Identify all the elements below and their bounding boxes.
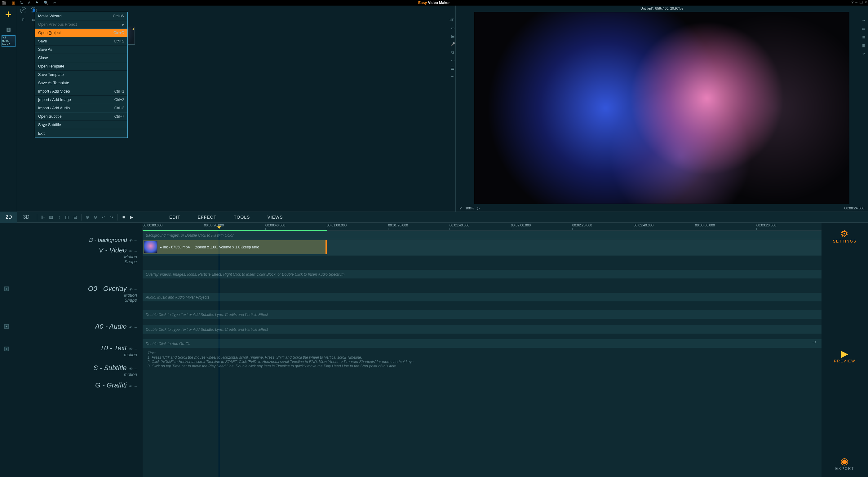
undo-circle-icon[interactable]: ↶ (20, 7, 26, 13)
track-label[interactable]: A0 - Audio 👁 ⋯ (95, 322, 137, 331)
track-lane[interactable]: Background Images, or Double Click to Fi… (143, 231, 822, 239)
cam-icon[interactable]: ⧉ (450, 50, 456, 55)
track-label[interactable]: G - Graffiti 👁 ⋯ (95, 381, 137, 389)
app-title-2: Video Maker (428, 1, 450, 5)
grid-view-icon[interactable]: ▦ (47, 215, 55, 219)
video-track[interactable]: ▸ Ink - 67358.mp4(speed x 1.00, volume x… (143, 239, 822, 255)
text-overlay-icon[interactable]: T (450, 18, 456, 22)
close-button[interactable]: × (865, 0, 867, 4)
redo-icon[interactable]: ↷ (107, 215, 116, 219)
preview-frame (474, 12, 849, 204)
tip-2: 2. Click 'HOME' to Horizontal scroll Tim… (148, 360, 816, 364)
export-circle-icon: ◉ (835, 456, 854, 467)
menu-edit[interactable]: EDIT (161, 215, 189, 219)
tip-1: 1. Press 'Ctrl' and Scroll the mouse whe… (148, 355, 816, 360)
zoom-out2-icon[interactable]: ⊖ (91, 215, 99, 219)
file-menu-item[interactable]: Open Template (35, 62, 127, 71)
list-icon[interactable]: ≣ (861, 35, 867, 39)
selected-media-thumb[interactable]: V.1 00:00 Ink - 6 (2, 35, 16, 47)
file-menu-item[interactable]: Open ProjectCtrl+O (35, 29, 127, 37)
app-title-1: Easy (418, 1, 428, 5)
file-menu-item[interactable]: Save As Template (35, 79, 127, 87)
align-icon[interactable]: ⎍ (20, 17, 26, 22)
crop-icon[interactable]: ✂ (53, 1, 56, 5)
marker-icon[interactable]: ↕ (55, 215, 63, 219)
snap-icon[interactable]: ⊩ (39, 215, 47, 219)
zoom-play-icon[interactable]: ▷ (477, 206, 479, 210)
select-icon[interactable]: ▣ (450, 34, 456, 38)
grid2-icon[interactable]: ▦ (861, 43, 867, 48)
track-lane[interactable]: Overlay Videos, Images, Icons, Particle … (143, 270, 822, 278)
search-icon[interactable]: 🔍 (44, 1, 49, 5)
expand-track-icon[interactable]: + (4, 347, 9, 351)
minimize-button[interactable]: – (855, 0, 858, 4)
settings-button[interactable]: ⚙ SETTINGS (833, 228, 857, 243)
track-lane[interactable]: Double Click to Add Graffiti (143, 339, 822, 348)
next-arrow-icon[interactable]: ➔ (812, 339, 816, 345)
track-lane[interactable]: Double Click to Type Text or Add Subtitl… (143, 325, 822, 334)
track-label[interactable]: S - Subtitle 👁 ⋯ (93, 364, 137, 372)
preview-canvas[interactable] (474, 12, 849, 204)
tab-3d[interactable]: 3D (18, 211, 35, 223)
cut-icon[interactable]: ⊟ (71, 215, 80, 219)
flag-icon[interactable]: ⚑ (35, 1, 39, 5)
file-menu-item[interactable]: Import / Add AudioCtrl+3 (35, 104, 127, 112)
file-menu-item[interactable]: Import / Add VideoCtrl+1 (35, 87, 127, 96)
ruler-tick: 00:00:40.000 (266, 223, 285, 227)
file-menu-item[interactable]: Close (35, 54, 127, 62)
time-ruler[interactable]: 00:00:00.00000:00:20.00000:00:40.00000:0… (143, 223, 822, 231)
tip-3: 3. Click on top Time bar to move the Pla… (148, 364, 816, 368)
preview-info: Untitled*, 856x480, 29.97fps (456, 6, 868, 11)
play-icon[interactable]: ▶ (128, 215, 136, 219)
file-menu-item[interactable]: Open Previous Project▸ (35, 21, 127, 29)
track-lane[interactable]: Audio, Music and Audio Mixer Projects (143, 293, 822, 301)
more-icon[interactable]: ⋯ (450, 74, 456, 79)
file-menu-item[interactable]: SaveCtrl+S (35, 37, 127, 45)
track-label[interactable]: B - background 👁 ⋯ (89, 237, 137, 243)
screen-icon[interactable]: ▭ (450, 58, 456, 63)
text-tool-icon[interactable]: A (28, 1, 30, 5)
tab-2d[interactable]: 2D (0, 211, 18, 223)
file-menu-item[interactable]: Save Template (35, 71, 127, 79)
track-label[interactable]: V - Video 👁 ⋯ (99, 246, 137, 254)
file-menu-item[interactable]: Import / Add ImageCtrl+2 (35, 96, 127, 104)
split-icon[interactable]: ◫ (63, 215, 71, 219)
app-icon: 🎬 (2, 1, 6, 5)
menu-effect[interactable]: EFFECT (189, 215, 225, 219)
preview-button[interactable]: ▶ PREVIEW (834, 348, 855, 363)
undo-icon[interactable]: ↶ (99, 215, 107, 219)
menu-views[interactable]: VIEWS (258, 215, 291, 219)
expand-track-icon[interactable]: + (4, 324, 9, 329)
mic-icon[interactable]: 🎤 (450, 42, 456, 46)
file-menu-item[interactable]: Exit (35, 129, 127, 138)
track-label[interactable]: O0 - Overlay 👁 ⋯ (88, 285, 137, 293)
video-clip[interactable]: ▸ Ink - 67358.mp4(speed x 1.00, volume x… (143, 240, 327, 254)
layers-icon[interactable]: ☰ (450, 66, 456, 71)
zoom-in-icon[interactable]: ⊕ (83, 215, 91, 219)
wand-icon[interactable]: ✧ (861, 52, 867, 56)
timeline[interactable]: 00:00:00.00000:00:20.00000:00:40.00000:0… (143, 223, 822, 477)
ruler-tick: 00:02:40.000 (633, 223, 653, 227)
add-media-button[interactable]: + (2, 9, 14, 22)
grid-icon[interactable]: ▦ (4, 25, 13, 34)
stop-icon[interactable]: ■ (120, 215, 128, 219)
export-button[interactable]: ◉ EXPORT (835, 456, 854, 471)
transform-icon[interactable]: ⇅ (20, 1, 23, 5)
menu-tools[interactable]: TOOLS (225, 215, 258, 219)
ruler-tick: 00:01:20.000 (388, 223, 408, 227)
fit-icon[interactable]: ▭ (861, 26, 867, 31)
expand-icon[interactable]: ↔ (861, 18, 867, 23)
track-label[interactable]: T0 - Text 👁 ⋯ (100, 344, 137, 352)
file-menu-item[interactable]: Save Subtitle (35, 121, 127, 129)
ratio-icon[interactable]: ▭ (450, 26, 456, 30)
maximize-button[interactable]: ▢ (859, 0, 863, 4)
file-menu-item[interactable]: Movie WizardCtrl+W (35, 12, 127, 21)
file-menu-item[interactable]: Save As (35, 45, 127, 54)
ruler-tick: 00:01:00.000 (327, 223, 347, 227)
track-lane[interactable]: Double Click to Type Text or Add Subtitl… (143, 310, 822, 319)
help-button[interactable]: ? (851, 0, 854, 4)
file-menu-icon[interactable]: ▥ (11, 1, 15, 5)
zoom-out-icon[interactable]: ↙ (459, 206, 462, 210)
file-menu-item[interactable]: Open SubtitleCtrl+7 (35, 112, 127, 121)
expand-track-icon[interactable]: + (4, 286, 9, 291)
